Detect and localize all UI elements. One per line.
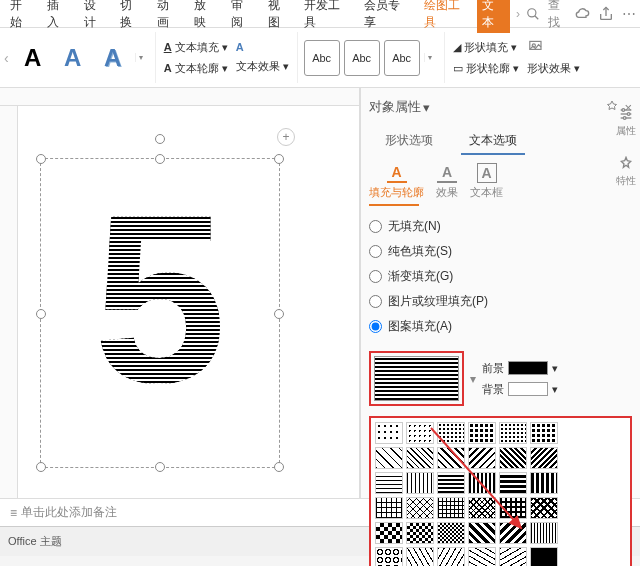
pattern-swatch[interactable]	[375, 547, 403, 566]
resize-handle-tl[interactable]	[36, 154, 46, 164]
notes-placeholder[interactable]: 单击此处添加备注	[21, 504, 117, 521]
subtab-textbox[interactable]: A 文本框	[470, 163, 503, 200]
tab-transition[interactable]: 切换	[114, 0, 149, 35]
pattern-swatch[interactable]	[406, 447, 434, 469]
text-effect-button[interactable]: A	[234, 39, 291, 55]
fill-gradient-radio[interactable]: 渐变填充(G)	[369, 268, 632, 285]
pattern-swatch[interactable]	[437, 522, 465, 544]
fill-picture-radio[interactable]: 图片或纹理填充(P)	[369, 293, 632, 310]
background-color-swatch[interactable]	[508, 382, 548, 396]
shape-style-1[interactable]: Abc	[304, 40, 340, 76]
pattern-swatch[interactable]	[437, 547, 465, 566]
pattern-swatch[interactable]	[499, 472, 527, 494]
pattern-swatch[interactable]	[468, 447, 496, 469]
dropdown-icon[interactable]: ▾	[552, 383, 558, 396]
slide-canvas[interactable]: + 5	[30, 118, 340, 478]
text-effect-label[interactable]: 文本效果▾	[234, 57, 291, 76]
tab-drawing-tools[interactable]: 绘图工具	[418, 0, 476, 35]
fill-solid-radio[interactable]: 纯色填充(S)	[369, 243, 632, 260]
pattern-swatch[interactable]	[406, 522, 434, 544]
pattern-swatch[interactable]	[499, 422, 527, 444]
text-fill-button[interactable]: A文本填充▾	[162, 38, 230, 57]
search-placeholder[interactable]: 查找	[548, 0, 566, 31]
dropdown-icon[interactable]: ▾	[423, 100, 430, 115]
pattern-swatch[interactable]	[375, 422, 403, 444]
notes-toggle-icon[interactable]: ≡	[10, 506, 15, 520]
pattern-swatch[interactable]	[468, 422, 496, 444]
wordart-style-1[interactable]: A	[15, 38, 51, 78]
pattern-swatch[interactable]	[437, 497, 465, 519]
resize-handle-tr[interactable]	[274, 154, 284, 164]
resize-handle-bm[interactable]	[155, 462, 165, 472]
add-element-button[interactable]: +	[277, 128, 295, 146]
pattern-swatch[interactable]	[530, 497, 558, 519]
resize-handle-br[interactable]	[274, 462, 284, 472]
pattern-swatch[interactable]	[468, 497, 496, 519]
rotate-handle[interactable]	[155, 134, 165, 144]
tab-slideshow[interactable]: 放映	[188, 0, 223, 35]
more-icon[interactable]: ⋯	[622, 6, 636, 22]
pattern-swatch[interactable]	[468, 472, 496, 494]
textbox-content[interactable]: 5	[41, 159, 279, 439]
pattern-swatch[interactable]	[530, 522, 558, 544]
shape-effect-button[interactable]: 形状效果▾	[525, 59, 582, 78]
ribbon-scroll-left-icon[interactable]: ‹	[4, 50, 9, 66]
wordart-style-3[interactable]: A	[95, 38, 131, 78]
pattern-swatch[interactable]	[406, 497, 434, 519]
pattern-swatch[interactable]	[406, 547, 434, 566]
tab-start[interactable]: 开始	[4, 0, 39, 35]
subtab-fill-outline[interactable]: A 填充与轮廓	[369, 163, 424, 200]
fill-pattern-radio[interactable]: 图案填充(A)	[369, 318, 632, 335]
search-icon[interactable]	[526, 7, 540, 21]
pattern-swatch[interactable]	[406, 472, 434, 494]
tab-text-tools[interactable]: 文本	[477, 0, 510, 33]
pattern-swatch[interactable]	[468, 522, 496, 544]
tab-animation[interactable]: 动画	[151, 0, 186, 35]
shape-style-2[interactable]: Abc	[344, 40, 380, 76]
dropdown-icon[interactable]: ▾	[552, 362, 558, 375]
pattern-swatch[interactable]	[530, 422, 558, 444]
tabs-overflow-icon[interactable]: ›	[512, 7, 524, 21]
pattern-swatch[interactable]	[375, 447, 403, 469]
wordart-more-icon[interactable]: ▾	[135, 53, 149, 62]
rail-special[interactable]: 特性	[616, 156, 636, 188]
tab-design[interactable]: 设计	[78, 0, 113, 35]
shape-style-3[interactable]: Abc	[384, 40, 420, 76]
pattern-swatch[interactable]	[499, 522, 527, 544]
cloud-icon[interactable]	[574, 6, 590, 22]
pattern-swatch[interactable]	[375, 472, 403, 494]
resize-handle-bl[interactable]	[36, 462, 46, 472]
shape-styles-more-icon[interactable]: ▾	[424, 53, 438, 62]
tab-insert[interactable]: 插入	[41, 0, 76, 35]
pattern-swatch[interactable]	[499, 547, 527, 566]
subtab-effect[interactable]: A 效果	[436, 163, 458, 200]
resize-handle-tm[interactable]	[155, 154, 165, 164]
dropdown-icon[interactable]: ▾	[470, 372, 476, 386]
pattern-swatch[interactable]	[499, 447, 527, 469]
tab-member[interactable]: 会员专享	[358, 0, 416, 35]
shape-fill-button[interactable]: ◢形状填充▾	[451, 38, 521, 57]
pattern-swatch[interactable]	[437, 422, 465, 444]
pattern-swatch[interactable]	[468, 547, 496, 566]
pattern-swatch[interactable]	[530, 472, 558, 494]
pattern-swatch[interactable]	[375, 497, 403, 519]
share-icon[interactable]	[598, 6, 614, 22]
pattern-swatch[interactable]	[437, 447, 465, 469]
tab-review[interactable]: 审阅	[225, 0, 260, 35]
wordart-style-2[interactable]: A	[55, 38, 91, 78]
selected-textbox[interactable]: 5	[40, 158, 280, 468]
pattern-swatch[interactable]	[530, 547, 558, 566]
tab-devtools[interactable]: 开发工具	[298, 0, 356, 35]
fill-none-radio[interactable]: 无填充(N)	[369, 218, 632, 235]
pattern-swatch[interactable]	[530, 447, 558, 469]
tab-shape-options[interactable]: 形状选项	[377, 128, 441, 155]
tab-view[interactable]: 视图	[262, 0, 297, 35]
pattern-preview[interactable]	[374, 356, 459, 401]
foreground-color-swatch[interactable]	[508, 361, 548, 375]
pattern-swatch[interactable]	[499, 497, 527, 519]
pattern-swatch[interactable]	[406, 422, 434, 444]
shape-outline-button[interactable]: ▭形状轮廓▾	[451, 59, 521, 78]
tab-text-options[interactable]: 文本选项	[461, 128, 525, 155]
text-outline-button[interactable]: A文本轮廓▾	[162, 59, 230, 78]
pattern-swatch[interactable]	[375, 522, 403, 544]
